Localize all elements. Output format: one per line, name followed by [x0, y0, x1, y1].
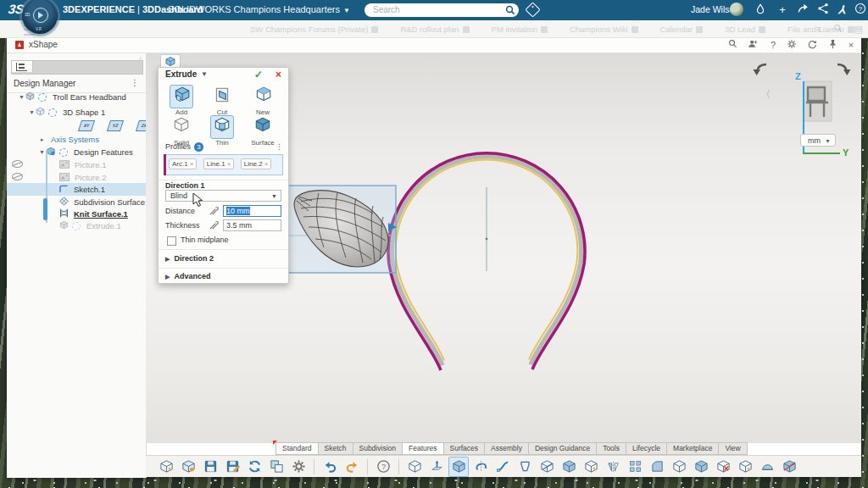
- export-icon[interactable]: [178, 457, 198, 477]
- options-icon[interactable]: [288, 457, 309, 477]
- undo-icon[interactable]: [320, 457, 340, 477]
- dashboard-tab[interactable]: Calendar: [660, 25, 704, 34]
- replace-icon[interactable]: [266, 457, 287, 477]
- shell-icon[interactable]: [691, 457, 711, 477]
- user-avatar[interactable]: [730, 3, 743, 16]
- extrude-from-sketch-icon[interactable]: [426, 457, 447, 477]
- profile-chip[interactable]: Line.2×: [241, 158, 271, 169]
- compass-play-icon[interactable]: [33, 8, 48, 23]
- tab-assembly[interactable]: Assembly: [485, 442, 529, 455]
- tab-surfaces[interactable]: Surfaces: [444, 442, 486, 455]
- tab-tools[interactable]: Tools: [597, 442, 626, 455]
- tag-icon[interactable]: [525, 2, 540, 17]
- primitive-box-icon[interactable]: [404, 457, 425, 477]
- rotate-right-icon[interactable]: [834, 61, 853, 78]
- refresh-icon[interactable]: [805, 39, 819, 51]
- thickness-input[interactable]: 3.5 mm: [223, 219, 281, 231]
- direction2-section[interactable]: ▶Direction 2: [165, 254, 214, 263]
- triad-y-axis[interactable]: [803, 152, 840, 154]
- dashboard-tab[interactable]: R&D rollout plan: [400, 25, 469, 34]
- help-icon[interactable]: ?: [853, 3, 868, 18]
- 3ds-apps-icon[interactable]: ⅄: [834, 3, 849, 18]
- share-user-icon[interactable]: [746, 39, 760, 51]
- view-panel-collapse-icon[interactable]: 〈: [761, 88, 771, 101]
- tree-item-3dshape[interactable]: ▼ 3D Shape 1: [7, 106, 168, 119]
- plane-yz-icon[interactable]: YZ: [107, 120, 124, 131]
- dashboard-selector[interactable]: SOLIDWORKS Champions Headquarters▼: [168, 4, 350, 14]
- tab-design-guidance[interactable]: Design Guidance: [529, 442, 597, 455]
- expander-icon[interactable]: ▼: [39, 149, 46, 155]
- measure-icon[interactable]: [209, 220, 219, 230]
- units-dropdown[interactable]: mm▼: [800, 134, 836, 147]
- refresh-icon[interactable]: [244, 457, 264, 477]
- tree-item-root[interactable]: ▼ Troll Ears Headband: [7, 91, 158, 103]
- draft-icon[interactable]: [669, 457, 689, 477]
- help-icon[interactable]: ?: [373, 457, 393, 477]
- extrude-icon[interactable]: [448, 457, 469, 477]
- redo-icon[interactable]: [342, 457, 362, 477]
- 3dexperience-compass[interactable]: 3D V.R: [22, 0, 58, 34]
- cancel-button[interactable]: ×: [275, 69, 281, 80]
- profile-chip[interactable]: Arc.1×: [169, 158, 197, 169]
- revolve-icon[interactable]: [470, 457, 491, 477]
- confirm-button[interactable]: ✓: [254, 69, 263, 80]
- settings-gear-icon[interactable]: [785, 39, 798, 51]
- share-icon[interactable]: [156, 457, 176, 477]
- profiles-selection-box[interactable]: Arc.1× Line.1× Line.2×: [164, 154, 283, 175]
- dashboard-tab[interactable]: 3D Lead: [725, 25, 765, 34]
- dashboard-tab[interactable]: PM invitation: [492, 25, 548, 34]
- search-small-icon[interactable]: [833, 24, 843, 35]
- search-icon[interactable]: [505, 5, 515, 15]
- mode-add-button[interactable]: Add: [164, 85, 199, 116]
- save-icon[interactable]: [200, 457, 220, 477]
- thicken-icon[interactable]: [537, 457, 557, 477]
- expander-icon[interactable]: ▸: [41, 136, 47, 143]
- collaborate-icon[interactable]: [815, 3, 831, 18]
- dome-icon[interactable]: [757, 457, 777, 477]
- measure-icon[interactable]: [209, 206, 219, 215]
- chip-close-icon[interactable]: ×: [264, 160, 269, 168]
- pin-icon[interactable]: [826, 39, 839, 51]
- expander-icon[interactable]: ▼: [29, 109, 36, 115]
- dashboard-tab[interactable]: SW Champions Forums (Private): [250, 25, 378, 34]
- global-search-input[interactable]: Search: [364, 3, 519, 17]
- expander-icon[interactable]: ▼: [19, 94, 25, 100]
- move-face-icon[interactable]: [735, 457, 755, 477]
- share-icon[interactable]: [795, 3, 810, 18]
- mode-cut-button[interactable]: Cut: [204, 85, 240, 116]
- profiles-menu-icon[interactable]: ⋮: [275, 142, 283, 151]
- fillet-icon[interactable]: [647, 457, 667, 477]
- rollback-bar-handle[interactable]: [43, 198, 47, 220]
- dialog-title-caret-icon[interactable]: ▼: [201, 70, 208, 78]
- loft-icon[interactable]: [515, 457, 535, 477]
- delete-face-icon[interactable]: [713, 457, 733, 477]
- profile-chip[interactable]: Line.1×: [203, 158, 234, 169]
- pattern-icon[interactable]: [625, 457, 645, 477]
- dashboard-tab[interactable]: Champions Wiki: [570, 25, 638, 34]
- offset-surface-icon[interactable]: [581, 457, 601, 477]
- panel-menu-icon[interactable]: ⋮: [131, 78, 139, 87]
- distance-input[interactable]: 10 mm: [223, 205, 281, 217]
- advanced-section[interactable]: ▶Advanced: [165, 272, 210, 280]
- end-condition-dropdown[interactable]: Blind▼: [165, 190, 281, 202]
- window-search-icon[interactable]: [726, 39, 739, 51]
- rotate-left-icon[interactable]: [751, 61, 770, 78]
- split-icon[interactable]: [779, 457, 799, 477]
- tab-marketplace[interactable]: Marketplace: [667, 442, 719, 455]
- plane-xy-icon[interactable]: XY: [78, 120, 95, 131]
- tab-standard[interactable]: Standard: [275, 442, 319, 455]
- add-content-icon[interactable]: +: [775, 3, 790, 18]
- window-help-icon[interactable]: ?: [766, 39, 780, 51]
- tab-subdivision[interactable]: Subdivision: [353, 442, 403, 455]
- notifications-icon[interactable]: [753, 3, 768, 18]
- tab-sketch[interactable]: Sketch: [319, 442, 353, 455]
- mirror-icon[interactable]: [603, 457, 623, 477]
- book-icon[interactable]: ▤: [854, 24, 863, 35]
- thin-midplane-checkbox[interactable]: [167, 236, 176, 246]
- tree-tab[interactable]: [12, 61, 33, 72]
- mode-new-button[interactable]: New: [245, 85, 281, 116]
- close-icon[interactable]: ×: [844, 39, 858, 51]
- save-as-icon[interactable]: [222, 457, 242, 477]
- surface-cube-icon[interactable]: [559, 457, 579, 477]
- tab-view[interactable]: View: [719, 442, 747, 455]
